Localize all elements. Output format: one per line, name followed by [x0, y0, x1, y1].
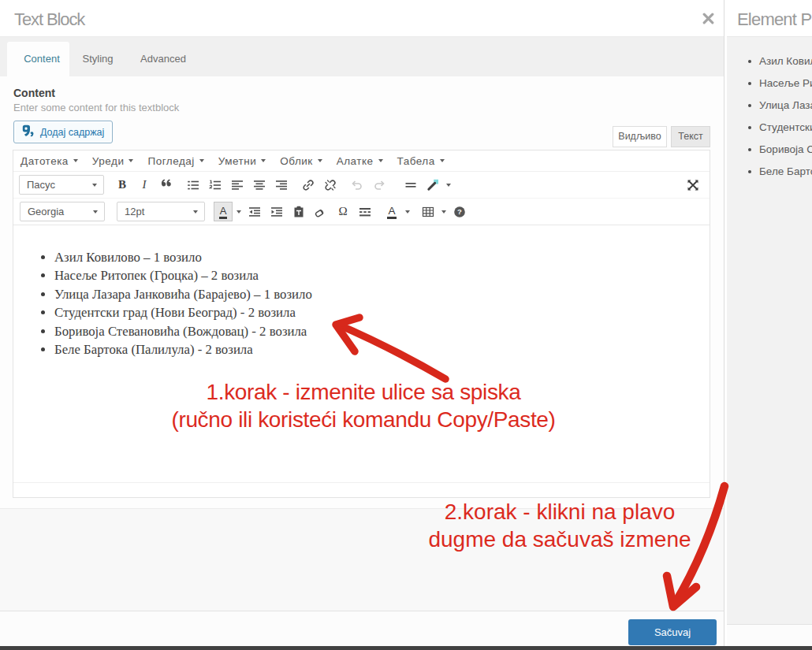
- editor-text-tab[interactable]: Текст: [671, 126, 710, 147]
- menubar-item-label: Уметни: [218, 155, 257, 167]
- font-size-select-value: 12pt: [125, 206, 144, 217]
- chevron-down-icon: [261, 159, 266, 162]
- undo-button[interactable]: [346, 174, 368, 196]
- editor-list-item: Беле Бартока (Палилула) - 2 возила: [54, 340, 710, 358]
- omega-icon: Ω: [338, 205, 347, 218]
- font-family-select-value: Georgia: [28, 206, 64, 217]
- preview-list-item: Насеље Ритопек (Гроцка) – 2 возила: [759, 72, 812, 95]
- magic-wand-dropdown[interactable]: [444, 174, 453, 196]
- format-select[interactable]: Пасус: [19, 175, 104, 195]
- outdent-button[interactable]: [244, 201, 266, 223]
- preview-list-item: Студентски град (Нови Београд) - 2 возил…: [759, 117, 812, 139]
- bottom-dark-strip: [0, 646, 812, 650]
- letter-A-icon: A: [219, 205, 228, 219]
- menubar-item[interactable]: Алатке: [330, 155, 390, 167]
- chevron-down-icon: [199, 159, 204, 162]
- panel-body: Азил Ковилово – 1 возилоНасеље Ритопек (…: [727, 50, 812, 624]
- chevron-down-icon: [237, 210, 241, 214]
- menubar-item[interactable]: Облик: [273, 155, 329, 167]
- unlink-button[interactable]: [319, 174, 341, 196]
- align-left-button[interactable]: [226, 174, 248, 196]
- paste-as-text-button[interactable]: [288, 201, 310, 223]
- preview-list-item: Боривоја Стевановића (Вождовац) - 2 вози…: [759, 139, 812, 161]
- modal-tab-bar: Content Styling Advanced: [0, 37, 724, 76]
- menubar-item-label: Уреди: [92, 155, 125, 167]
- align-right-button[interactable]: [270, 174, 292, 196]
- redo-button[interactable]: [368, 174, 390, 196]
- menubar-item-label: Погледај: [147, 155, 194, 167]
- horizontal-rule-button[interactable]: [400, 174, 422, 196]
- menubar-item[interactable]: Уреди: [85, 155, 141, 167]
- chevron-down-icon: [446, 184, 451, 187]
- remove-format-button[interactable]: [310, 201, 332, 223]
- italic-button[interactable]: I: [133, 174, 155, 196]
- menubar-item-label: Облик: [280, 155, 312, 167]
- italic-icon: I: [143, 178, 147, 191]
- modal-body: Content Enter some content for this text…: [0, 76, 724, 508]
- link-button[interactable]: [297, 174, 319, 196]
- tab-styling[interactable]: Styling: [76, 42, 120, 76]
- add-content-label: Додај садржај: [40, 127, 104, 138]
- chevron-down-icon: [405, 210, 410, 214]
- chevron-down-icon: [92, 184, 97, 187]
- save-button[interactable]: Sačuvaj: [628, 619, 717, 645]
- preview-list-item: Улица Лазара Јанковића (Барајево) – 1 во…: [759, 95, 812, 117]
- close-icon[interactable]: [702, 13, 714, 24]
- screenshot-stage: Text Block Content Styling Advanced Cont…: [0, 0, 812, 650]
- font-size-select[interactable]: 12pt: [117, 202, 205, 221]
- font-family-select[interactable]: Georgia: [20, 202, 105, 221]
- table-button[interactable]: [417, 201, 439, 223]
- content-field-label: Content: [13, 87, 55, 99]
- editor-toolbar-row2: Georgia12ptAΩA?: [13, 199, 710, 225]
- menubar-item[interactable]: Погледај: [140, 155, 210, 167]
- text-color-boxed-dropdown[interactable]: [234, 201, 244, 223]
- editor-list-item: Студентски град (Нови Београд) - 2 возил…: [54, 303, 710, 321]
- text-color-dropdown[interactable]: [403, 201, 412, 223]
- text-color-button[interactable]: A: [381, 201, 403, 223]
- menubar-item[interactable]: Табела: [390, 155, 452, 167]
- editor-toolbar-row1: ПасусBI: [13, 172, 710, 199]
- fullscreen-button[interactable]: [682, 174, 704, 196]
- align-center-button[interactable]: [248, 174, 270, 196]
- special-character-button[interactable]: Ω: [332, 201, 354, 223]
- editor-visual-tab[interactable]: Видљиво: [613, 126, 667, 147]
- tab-advanced[interactable]: Advanced: [120, 42, 207, 76]
- menubar-item[interactable]: Датотека: [13, 155, 85, 167]
- modal-header: Text Block: [0, 0, 724, 37]
- menubar-item-label: Датотека: [20, 155, 69, 167]
- blockquote-button[interactable]: [155, 174, 177, 196]
- editor-statusbar: [13, 482, 710, 497]
- text-color-boxed-button[interactable]: A: [212, 201, 234, 223]
- modal-lower-area: [0, 508, 724, 611]
- menubar-item[interactable]: Уметни: [211, 155, 274, 167]
- bullet-list-button[interactable]: [182, 174, 204, 196]
- help-button[interactable]: ?: [449, 201, 471, 223]
- editor-list-item: Боривоја Стевановића (Вождовац) - 2 вози…: [54, 322, 710, 340]
- tab-content[interactable]: Content: [7, 42, 69, 76]
- panel-header: Element Pr: [727, 0, 812, 37]
- chevron-down-icon: [318, 159, 322, 162]
- tinymce-editor: ДатотекаУредиПогледајУметниОбликАлаткеТа…: [13, 150, 710, 498]
- chevron-down-icon: [129, 159, 133, 162]
- magic-wand-button[interactable]: [422, 174, 444, 196]
- modal-footer: Sačuvaj: [0, 611, 724, 646]
- editor-menubar: ДатотекаУредиПогледајУметниОбликАлаткеТа…: [13, 150, 710, 172]
- svg-text:?: ?: [457, 207, 462, 216]
- indent-button[interactable]: [266, 201, 288, 223]
- add-content-button[interactable]: Додај садржај: [13, 121, 113, 143]
- format-select-value: Пасус: [27, 179, 55, 191]
- editor-list-item: Азил Ковилово – 1 возило: [54, 248, 710, 266]
- chevron-down-icon: [193, 210, 198, 214]
- bold-icon: B: [118, 178, 126, 191]
- editor-list-item: Улица Лазара Јанковића (Барајево) – 1 во…: [54, 285, 710, 303]
- editor-list-item: Насеље Ритопек (Гроцка) – 2 возила: [54, 266, 710, 284]
- chevron-down-icon: [73, 159, 78, 162]
- chevron-down-icon: [378, 159, 383, 162]
- chevron-down-icon: [93, 210, 98, 214]
- numbered-list-button[interactable]: [204, 174, 226, 196]
- editor-content-area[interactable]: Азил Ковилово – 1 возилоНасеље Ритопек (…: [13, 225, 710, 482]
- read-more-button[interactable]: [354, 201, 376, 223]
- bold-button[interactable]: B: [111, 174, 133, 196]
- text-color-boxed-icon: A: [214, 202, 233, 221]
- table-dropdown[interactable]: [439, 201, 449, 223]
